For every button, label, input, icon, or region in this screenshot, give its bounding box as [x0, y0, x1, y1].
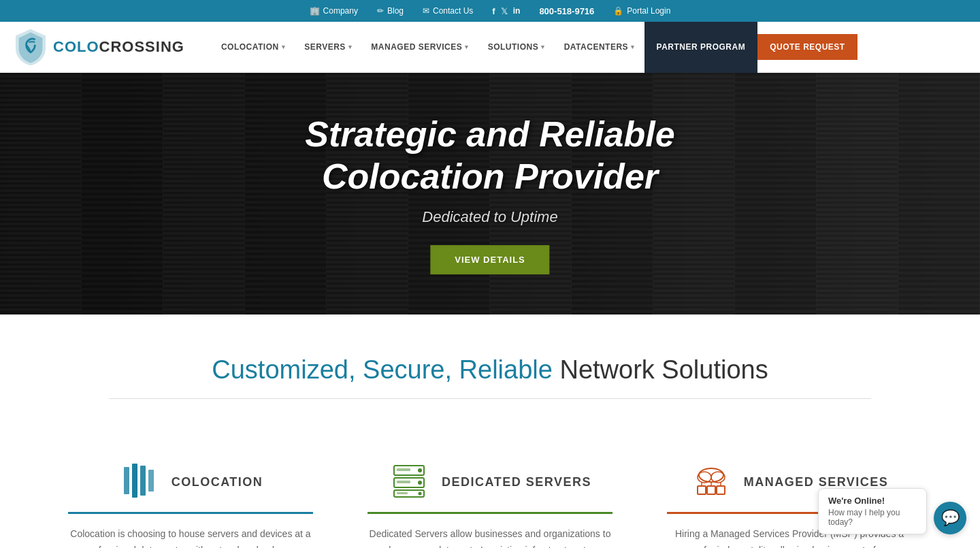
tagline-divider: [109, 398, 871, 399]
servers-desc: Dedicated Servers allow businesses and o…: [368, 526, 612, 548]
blog-link[interactable]: ✏ Blog: [377, 6, 404, 16]
nav-servers[interactable]: SERVERS ▾: [295, 22, 361, 73]
facebook-icon[interactable]: f: [492, 6, 495, 16]
chat-title: We're Online!: [828, 496, 917, 506]
view-details-button[interactable]: VIEW DETAILS: [430, 245, 549, 274]
chevron-down-icon: ▾: [282, 44, 286, 50]
top-bar: 🏢 Company ✏ Blog ✉ Contact Us f 𝕏 in 800…: [0, 0, 980, 22]
svg-rect-3: [148, 470, 154, 491]
servers-divider: [368, 512, 612, 514]
svg-rect-18: [717, 486, 725, 494]
nav-bar: COLOCROSSING COLOCATION ▾ SERVERS ▾ MANA…: [0, 22, 980, 73]
envelope-icon: ✉: [423, 6, 429, 16]
company-link[interactable]: 🏢 Company: [310, 6, 358, 16]
lock-icon: 🔒: [613, 6, 623, 16]
colocation-icon: [118, 460, 159, 504]
linkedin-icon[interactable]: in: [513, 6, 521, 16]
chevron-down-icon: ▾: [631, 44, 635, 50]
servers-card-title: DEDICATED SERVERS: [442, 475, 591, 489]
tagline-section: Customized, Secure, Reliable Network Sol…: [0, 315, 980, 419]
chat-button[interactable]: 💬: [934, 502, 966, 534]
svg-point-5: [418, 468, 422, 472]
colocation-card-title: COLOCATION: [172, 475, 263, 489]
chat-bubble: We're Online! How may I help you today?: [818, 488, 927, 534]
quote-request-button[interactable]: QUOTE REQUEST: [757, 34, 858, 60]
chat-icon: 💬: [941, 509, 960, 527]
pencil-icon: ✏: [377, 6, 384, 16]
hero-content: Strategic and Reliable Colocation Provid…: [305, 113, 674, 275]
building-icon: 🏢: [310, 6, 320, 16]
managed-card-title: MANAGED SERVICES: [744, 475, 889, 489]
portal-login-link[interactable]: 🔒 Portal Login: [613, 6, 670, 16]
svg-point-8: [418, 481, 422, 485]
logo-text: COLOCROSSING: [53, 38, 184, 56]
servers-card: DEDICATED SERVERS Dedicated Servers allo…: [368, 460, 612, 548]
chevron-down-icon: ▾: [541, 44, 545, 50]
colocation-desc: Colocation is choosing to house servers …: [68, 526, 313, 548]
chevron-down-icon: ▾: [348, 44, 353, 50]
nav-solutions[interactable]: SOLUTIONS ▾: [478, 22, 555, 73]
svg-rect-0: [124, 467, 129, 494]
nav-partner-program[interactable]: PARTNER PROGRAM: [644, 22, 758, 73]
nav-managed[interactable]: MANAGED SERVICES ▾: [361, 22, 478, 73]
phone-number[interactable]: 800-518-9716: [539, 6, 594, 16]
svg-rect-17: [707, 486, 715, 494]
servers-icon: [389, 460, 429, 504]
svg-rect-2: [140, 466, 146, 496]
svg-rect-9: [397, 481, 410, 483]
hero-subtitle: Dedicated to Uptime: [305, 208, 674, 226]
colocation-card-header: COLOCATION: [68, 460, 313, 504]
nav-colocation[interactable]: COLOCATION ▾: [212, 22, 295, 73]
nav-datacenters[interactable]: DATACENTERS ▾: [555, 22, 644, 73]
colocation-divider: [68, 512, 313, 514]
chat-subtitle: How may I help you today?: [828, 508, 917, 527]
managed-services-icon: [691, 460, 732, 504]
contact-link[interactable]: ✉ Contact Us: [423, 6, 473, 16]
twitter-icon[interactable]: 𝕏: [501, 6, 508, 16]
svg-point-12: [419, 492, 422, 496]
social-icons: f 𝕏 in: [492, 6, 520, 16]
hero-section: Strategic and Reliable Colocation Provid…: [0, 73, 980, 315]
svg-rect-16: [698, 486, 706, 494]
servers-card-header: DEDICATED SERVERS: [368, 460, 612, 504]
svg-rect-6: [397, 468, 410, 471]
nav-links: COLOCATION ▾ SERVERS ▾ MANAGED SERVICES …: [212, 22, 966, 73]
svg-rect-11: [397, 492, 408, 494]
colocation-card: COLOCATION Colocation is choosing to hou…: [68, 460, 313, 548]
hero-title: Strategic and Reliable Colocation Provid…: [305, 113, 674, 198]
chevron-down-icon: ▾: [465, 44, 469, 50]
tagline-title: Customized, Secure, Reliable Network Sol…: [14, 355, 966, 385]
chat-widget: We're Online! How may I help you today? …: [818, 488, 966, 534]
logo[interactable]: COLOCROSSING: [14, 29, 184, 66]
svg-rect-1: [132, 464, 137, 498]
